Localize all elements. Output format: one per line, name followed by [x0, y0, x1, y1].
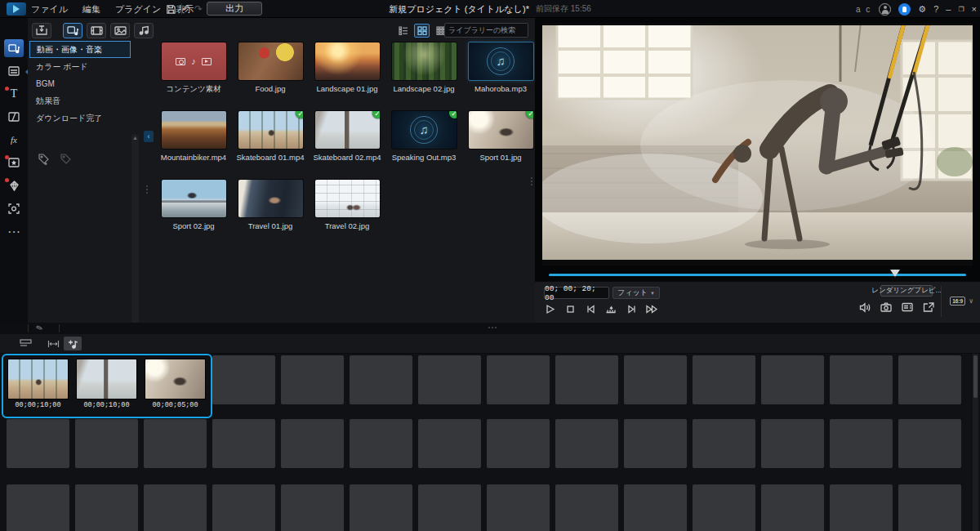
- folder-item-1[interactable]: カラー ボード: [29, 58, 131, 75]
- storyboard-empty-slot[interactable]: [761, 355, 824, 404]
- media-item[interactable]: Travel 01.jpg: [232, 180, 309, 230]
- storyboard-empty-slot[interactable]: [7, 484, 69, 531]
- storyboard-empty-slot[interactable]: [761, 419, 824, 468]
- help-icon[interactable]: ?: [933, 4, 938, 14]
- storyboard-empty-slot[interactable]: [830, 419, 893, 468]
- previous-frame-button[interactable]: [584, 302, 597, 315]
- storyboard-empty-slot[interactable]: [487, 419, 550, 468]
- timecode-display[interactable]: 00; 00; 20; 00: [544, 287, 609, 299]
- tab-all-media[interactable]: [63, 23, 82, 38]
- menu-item-2[interactable]: プラグイン: [115, 3, 161, 16]
- panel-resize-handle[interactable]: [531, 177, 532, 185]
- menu-item-0[interactable]: ファイル: [31, 3, 68, 16]
- storyboard-empty-slot[interactable]: [212, 419, 275, 468]
- snapshot-camera-icon[interactable]: [880, 301, 893, 314]
- preview-video[interactable]: [542, 23, 973, 266]
- media-item[interactable]: Landscape 01.jpg: [309, 42, 385, 93]
- sidebar-item-title-room[interactable]: T: [4, 85, 24, 103]
- storyboard-empty-slot[interactable]: [555, 484, 618, 531]
- fast-forward-button[interactable]: [645, 302, 658, 315]
- storyboard-empty-slot[interactable]: [281, 355, 344, 404]
- sidebar-more-icon[interactable]: ⋯: [4, 222, 24, 240]
- folder-item-3[interactable]: 効果音: [29, 92, 131, 109]
- media-item[interactable]: Landscape 02.jpg: [385, 42, 462, 93]
- storyboard-empty-slot[interactable]: [144, 419, 207, 468]
- list-view-icon[interactable]: [395, 24, 411, 38]
- storyboard-empty-slot[interactable]: [418, 419, 481, 468]
- sidebar-item-media-room[interactable]: [4, 39, 24, 57]
- account-avatar-icon[interactable]: [879, 3, 891, 16]
- app-logo-icon[interactable]: [7, 2, 26, 16]
- storyboard-empty-slot[interactable]: [212, 355, 275, 404]
- remove-tag-icon[interactable]: [60, 153, 72, 165]
- zoom-mode-dropdown[interactable]: フィット ▼: [612, 287, 660, 299]
- storyboard-empty-slot[interactable]: [898, 484, 961, 531]
- sidebar-item-effect-room[interactable]: fx: [4, 131, 24, 149]
- storyboard-empty-slot[interactable]: [693, 355, 755, 404]
- clip-duration-icon[interactable]: [44, 337, 62, 350]
- menu-item-1[interactable]: 編集: [82, 3, 100, 16]
- storyboard-empty-slot[interactable]: [7, 419, 69, 468]
- folder-tree-scrollbar[interactable]: ▲▼: [131, 134, 139, 328]
- pen-tool-icon[interactable]: ✎: [34, 323, 44, 333]
- add-bgm-icon[interactable]: [64, 337, 82, 350]
- storyboard-empty-slot[interactable]: [487, 484, 550, 531]
- pane-resize-handle[interactable]: [146, 185, 148, 194]
- storyboard-empty-slot[interactable]: [624, 355, 687, 404]
- grid-view-icon[interactable]: [414, 24, 430, 38]
- storyboard-clip[interactable]: 00;00;10;00: [7, 355, 69, 414]
- minimize-icon[interactable]: –: [946, 4, 951, 14]
- storyboard-empty-slot[interactable]: [350, 419, 412, 468]
- storyboard-clip[interactable]: 00;00;05;00: [144, 355, 207, 414]
- panel-divider[interactable]: ✎: [0, 323, 980, 334]
- storyboard-empty-slot[interactable]: [761, 484, 824, 531]
- stop-button[interactable]: [564, 302, 577, 315]
- storyboard-empty-slot[interactable]: [624, 484, 687, 531]
- folder-item-4[interactable]: ダウンロード完了: [29, 109, 131, 127]
- next-frame-button[interactable]: [625, 302, 638, 315]
- media-item[interactable]: ✓Skateboard 02.mp4: [309, 111, 385, 162]
- media-item[interactable]: ♫✓Speaking Out.mp3: [385, 111, 462, 162]
- notification-icon[interactable]: [898, 3, 911, 16]
- preview-seekbar[interactable]: [549, 274, 966, 276]
- media-item[interactable]: Travel 02.jpg: [309, 180, 385, 230]
- storyboard-empty-slot[interactable]: [555, 419, 618, 468]
- storyboard-empty-slot[interactable]: [281, 484, 344, 531]
- storyboard-empty-slot[interactable]: [555, 355, 618, 404]
- media-details-icon[interactable]: [901, 301, 914, 314]
- aspect-ratio-control[interactable]: 16:9 ∨: [950, 297, 973, 306]
- sidebar-item-particle-room[interactable]: [4, 176, 24, 194]
- import-media-button[interactable]: [32, 23, 51, 38]
- storyboard-empty-slot[interactable]: [144, 484, 207, 531]
- media-item[interactable]: ✓Skateboard 01.mp4: [232, 111, 309, 162]
- storyboard-clip[interactable]: 00;00;10;00: [75, 355, 138, 414]
- search-input[interactable]: [445, 26, 547, 34]
- tab-audio[interactable]: [134, 23, 154, 38]
- storyboard-scrollbar[interactable]: [973, 354, 978, 531]
- timeline-view-icon[interactable]: [16, 337, 34, 350]
- media-item[interactable]: ♫Mahoroba.mp3: [462, 42, 539, 93]
- undock-window-icon[interactable]: [922, 301, 935, 314]
- sidebar-item-ai-room[interactable]: [4, 199, 24, 217]
- close-icon[interactable]: ×: [972, 4, 977, 14]
- add-tag-icon[interactable]: [38, 153, 50, 165]
- storyboard-empty-slot[interactable]: [75, 484, 138, 531]
- volume-icon[interactable]: [858, 301, 871, 314]
- collapse-folder-pane-icon[interactable]: ‹: [144, 131, 154, 142]
- media-item[interactable]: Sport 02.jpg: [155, 180, 232, 230]
- storyboard-empty-slot[interactable]: [898, 355, 961, 404]
- tab-video[interactable]: [87, 23, 106, 38]
- media-item[interactable]: Mountainbiker.mp4: [155, 111, 232, 162]
- storyboard-empty-slot[interactable]: [350, 484, 412, 531]
- sidebar-item-transition-room[interactable]: [4, 108, 24, 126]
- storyboard-empty-slot[interactable]: [693, 419, 755, 468]
- export-button[interactable]: 出力: [207, 2, 262, 16]
- media-item[interactable]: Food.jpg: [232, 42, 309, 93]
- tab-image[interactable]: [110, 23, 130, 38]
- divider-handle[interactable]: [488, 327, 497, 328]
- save-icon[interactable]: [163, 2, 178, 16]
- storyboard-empty-slot[interactable]: [693, 484, 755, 531]
- storyboard-empty-slot[interactable]: [418, 484, 481, 531]
- restore-icon[interactable]: ❐: [958, 6, 964, 13]
- media-item[interactable]: ✓Sport 01.jpg: [462, 111, 539, 162]
